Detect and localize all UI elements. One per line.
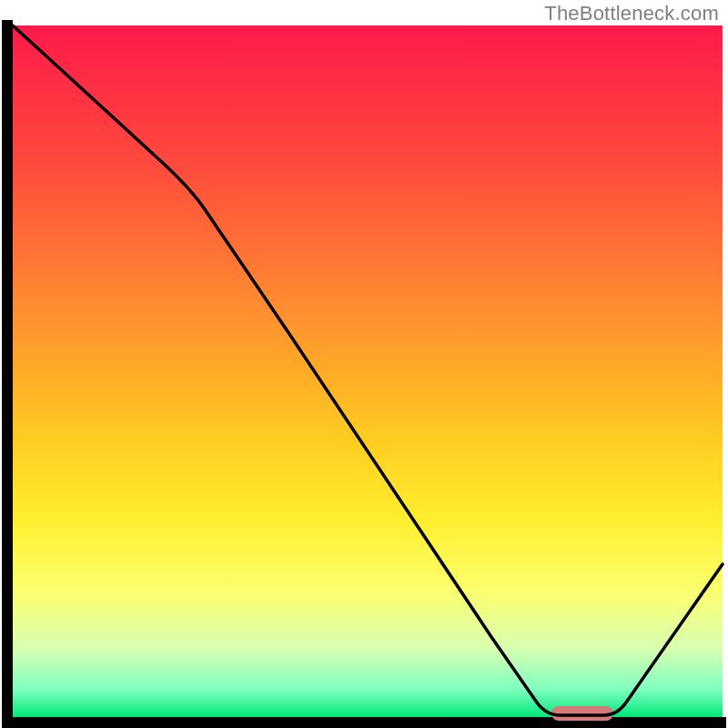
gradient-plot-area [13,25,723,717]
bottleneck-chart [0,0,728,728]
y-axis-bar [2,20,13,723]
chart-container: TheBottleneck.com [0,0,728,728]
axis-corner [2,20,13,31]
optimal-range-marker [551,706,613,721]
x-axis-bar [2,717,726,728]
watermark-text: TheBottleneck.com [544,2,719,25]
